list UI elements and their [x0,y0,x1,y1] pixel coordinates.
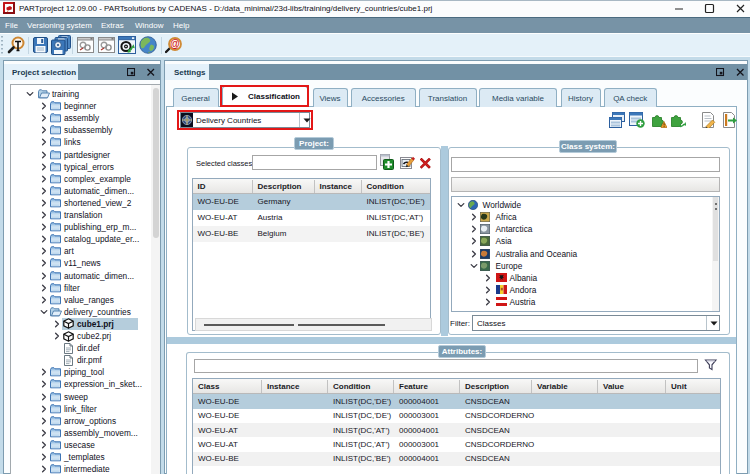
svg-text:@: @ [170,38,180,49]
